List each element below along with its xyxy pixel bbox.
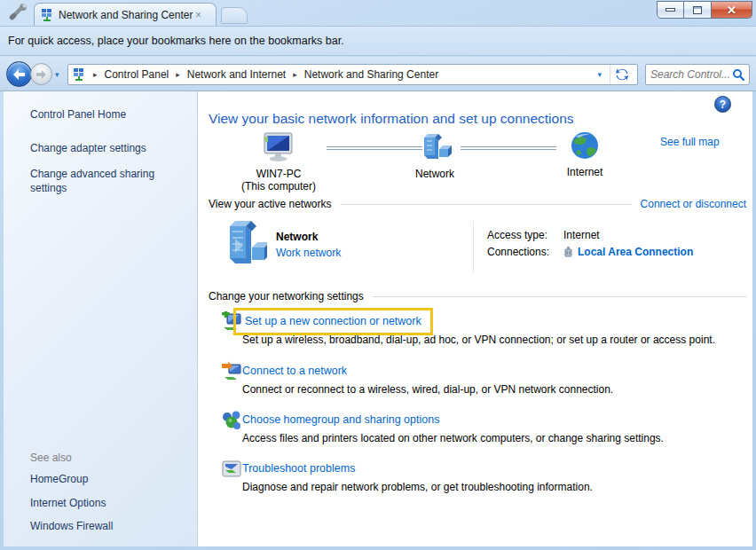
breadcrumb-network-sharing-center[interactable]: Network and Sharing Center [304, 68, 438, 81]
refresh-icon [615, 67, 629, 82]
troubleshoot-link[interactable]: Troubleshoot problems [242, 462, 355, 475]
sidebar-item-change-advanced-sharing[interactable]: Change advanced sharing settings [30, 168, 185, 195]
bookmarks-bar: For quick access, place your bookmarks h… [0, 26, 756, 56]
map-node-network[interactable]: Network [404, 134, 466, 180]
troubleshoot-icon [221, 459, 242, 482]
minimize-icon [665, 8, 675, 12]
computer-sublabel: (This computer) [240, 180, 317, 192]
access-type-value: Internet [563, 229, 600, 241]
homegroup-icon [221, 410, 242, 433]
breadcrumb-separator-icon[interactable]: ▸ [286, 70, 304, 79]
map-node-internet[interactable]: Internet [556, 130, 613, 178]
setup-connection-description: Set up a wireless, broadband, dial-up, a… [242, 334, 715, 346]
network-sharing-center-window: Network and Sharing Center × ✕ For quick… [0, 0, 756, 550]
tab-strip: Network and Sharing Center × [0, 0, 756, 26]
homegroup-options-link[interactable]: Choose homegroup and sharing options [242, 413, 439, 426]
close-icon: ✕ [727, 4, 736, 17]
help-button[interactable]: ? [714, 96, 731, 113]
setting-item-setup-connection: Set up a new connection or network Set u… [242, 315, 745, 359]
work-network-link[interactable]: Work network [276, 247, 341, 259]
networking-settings-header: Change your networking settings [209, 290, 746, 302]
breadcrumb-separator-icon[interactable]: ▸ [86, 70, 105, 79]
computer-icon [262, 132, 295, 162]
breadcrumb: ▸ Control Panel ▸ Network and Internet ▸… [86, 68, 589, 81]
see-also-section: See also HomeGroup Internet Options Wind… [4, 452, 197, 546]
forward-arrow-icon [35, 70, 47, 79]
maximize-icon [693, 6, 702, 14]
bookmarks-message: For quick access, place your bookmarks h… [8, 35, 344, 47]
search-box[interactable] [645, 64, 750, 85]
search-icon[interactable] [732, 68, 744, 81]
connect-network-icon [221, 361, 242, 384]
sidebar: Control Panel Home Change adapter settin… [4, 91, 198, 546]
tab-network-sharing-center[interactable]: Network and Sharing Center × [34, 3, 217, 27]
see-also-title: See also [30, 452, 197, 464]
internet-globe-icon [570, 130, 600, 161]
sidebar-item-change-adapter-settings[interactable]: Change adapter settings [30, 142, 185, 156]
maximize-button[interactable] [684, 1, 712, 19]
active-networks-title: View your active networks [209, 198, 332, 210]
breadcrumb-separator-icon[interactable]: ▸ [169, 70, 187, 79]
map-connector [461, 146, 556, 150]
network-icon [417, 134, 453, 162]
breadcrumb-control-panel[interactable]: Control Panel [105, 68, 169, 81]
active-network-name: Network [276, 231, 318, 243]
back-arrow-icon [12, 69, 26, 80]
wrench-icon[interactable] [8, 4, 28, 23]
sidebar-item-internet-options[interactable]: Internet Options [30, 497, 185, 511]
internet-node-label: Internet [556, 166, 613, 178]
refresh-button[interactable] [610, 65, 634, 84]
connections-label: Connections: [487, 246, 563, 258]
new-tab-button[interactable] [221, 7, 248, 24]
see-full-map-link[interactable]: See full map [660, 136, 720, 148]
access-type-label: Access type: [487, 229, 563, 241]
section-rule [341, 204, 632, 205]
breadcrumb-network-and-internet[interactable]: Network and Internet [187, 68, 286, 81]
access-type-row: Access type: Internet [487, 229, 600, 241]
navigation-toolbar: ▾ ▸ Control Panel ▸ Network and Internet… [0, 57, 756, 91]
page-title: View your basic network information and … [209, 111, 574, 127]
window-controls: ✕ [657, 1, 752, 19]
setup-connection-link[interactable]: Set up a new connection or network [245, 315, 421, 327]
setting-item-troubleshoot: Troubleshoot problems Diagnose and repai… [242, 462, 745, 507]
connect-network-link[interactable]: Connect to a network [242, 365, 347, 377]
close-button[interactable]: ✕ [712, 1, 752, 19]
active-network-divider [473, 221, 474, 272]
local-area-connection-link[interactable]: Local Area Connection [578, 246, 693, 258]
connect-network-description: Connect or reconnect to a wireless, wire… [242, 383, 613, 396]
back-button[interactable] [6, 61, 32, 87]
sidebar-item-windows-firewall[interactable]: Windows Firewall [30, 520, 185, 534]
computer-name: WIN7-PC [240, 168, 317, 180]
address-dropdown-icon[interactable]: ▾ [589, 70, 610, 79]
map-node-computer[interactable]: WIN7-PC (This computer) [240, 132, 317, 192]
tab-close-icon[interactable]: × [195, 9, 201, 21]
setting-item-homegroup: Choose homegroup and sharing options Acc… [242, 413, 745, 458]
search-input[interactable] [650, 68, 732, 81]
address-favicon [72, 67, 86, 82]
address-bar[interactable]: ▸ Control Panel ▸ Network and Internet ▸… [67, 64, 638, 85]
connect-or-disconnect-link[interactable]: Connect or disconnect [641, 198, 746, 210]
setting-item-connect-network: Connect to a network Connect or reconnec… [242, 365, 745, 409]
sidebar-item-homegroup[interactable]: HomeGroup [30, 473, 185, 487]
recent-pages-dropdown-icon[interactable]: ▾ [55, 70, 59, 79]
connections-row: Connections: Local Area Connection [487, 246, 693, 258]
sidebar-item-control-panel-home[interactable]: Control Panel Home [30, 108, 185, 122]
active-networks-header: View your active networks Connect or dis… [209, 198, 746, 210]
ethernet-plug-icon [563, 246, 573, 258]
section-rule [373, 296, 746, 297]
tutorial-highlight-box: Set up a new connection or network [233, 308, 433, 335]
tab-title: Network and Sharing Center [59, 9, 193, 21]
forward-button[interactable] [30, 63, 52, 85]
network-favicon [40, 8, 54, 22]
main-content: ? View your basic network information an… [198, 91, 752, 546]
active-network-icon[interactable] [221, 219, 267, 269]
homegroup-options-description: Access files and printers located on oth… [242, 432, 664, 444]
minimize-button[interactable] [657, 1, 684, 19]
network-node-label: Network [404, 168, 466, 180]
help-icon: ? [720, 98, 726, 111]
troubleshoot-description: Diagnose and repair network problems, or… [242, 481, 593, 493]
networking-settings-title: Change your networking settings [209, 290, 364, 302]
